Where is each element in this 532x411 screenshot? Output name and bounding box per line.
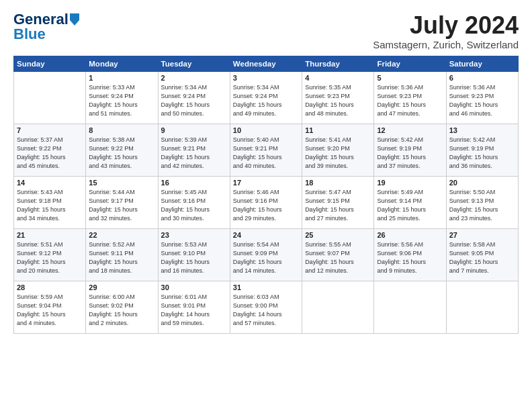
day-number: 30	[161, 283, 227, 291]
cell-info: Sunrise: 5:47 AM Sunset: 9:15 PM Dayligh…	[305, 188, 371, 223]
day-number: 3	[233, 74, 299, 82]
cell-info: Sunrise: 5:43 AM Sunset: 9:18 PM Dayligh…	[17, 188, 83, 223]
day-number: 21	[17, 231, 83, 239]
calendar-cell: 3Sunrise: 5:34 AM Sunset: 9:24 PM Daylig…	[230, 71, 302, 124]
day-number: 8	[89, 126, 154, 134]
day-number: 17	[233, 179, 299, 187]
day-number: 20	[449, 179, 515, 187]
calendar-cell: 22Sunrise: 5:52 AM Sunset: 9:11 PM Dayli…	[86, 228, 158, 281]
cell-info: Sunrise: 5:38 AM Sunset: 9:22 PM Dayligh…	[89, 136, 154, 171]
calendar-cell: 23Sunrise: 5:53 AM Sunset: 9:10 PM Dayli…	[158, 228, 230, 281]
cell-info: Sunrise: 6:00 AM Sunset: 9:02 PM Dayligh…	[89, 293, 154, 328]
calendar-cell: 6Sunrise: 5:36 AM Sunset: 9:23 PM Daylig…	[446, 71, 518, 124]
day-number: 11	[305, 126, 371, 134]
calendar-week-row: 1Sunrise: 5:33 AM Sunset: 9:24 PM Daylig…	[14, 71, 519, 124]
svg-marker-0	[70, 13, 79, 26]
day-number: 18	[305, 179, 371, 187]
day-number: 29	[89, 283, 154, 291]
calendar-table: SundayMondayTuesdayWednesdayThursdayFrid…	[13, 56, 519, 334]
day-number: 28	[17, 283, 83, 291]
cell-info: Sunrise: 5:52 AM Sunset: 9:11 PM Dayligh…	[89, 240, 154, 275]
calendar-week-row: 21Sunrise: 5:51 AM Sunset: 9:12 PM Dayli…	[14, 228, 519, 281]
weekday-header-row: SundayMondayTuesdayWednesdayThursdayFrid…	[14, 56, 519, 71]
cell-info: Sunrise: 5:59 AM Sunset: 9:04 PM Dayligh…	[17, 293, 83, 328]
calendar-cell: 24Sunrise: 5:54 AM Sunset: 9:09 PM Dayli…	[230, 228, 302, 281]
calendar-cell: 12Sunrise: 5:42 AM Sunset: 9:19 PM Dayli…	[374, 124, 446, 176]
weekday-header: Saturday	[446, 56, 518, 71]
cell-info: Sunrise: 5:36 AM Sunset: 9:23 PM Dayligh…	[377, 83, 443, 118]
day-number: 9	[161, 126, 227, 134]
day-number: 2	[161, 74, 227, 82]
calendar-cell: 14Sunrise: 5:43 AM Sunset: 9:18 PM Dayli…	[14, 176, 86, 228]
day-number: 5	[377, 74, 443, 82]
logo: General Blue	[13, 12, 79, 42]
day-number: 26	[377, 231, 443, 239]
day-number: 25	[305, 231, 371, 239]
cell-info: Sunrise: 5:40 AM Sunset: 9:21 PM Dayligh…	[233, 136, 299, 171]
calendar-cell: 15Sunrise: 5:44 AM Sunset: 9:17 PM Dayli…	[86, 176, 158, 228]
cell-info: Sunrise: 5:36 AM Sunset: 9:23 PM Dayligh…	[449, 83, 515, 118]
day-number: 31	[233, 283, 299, 291]
subtitle: Samstagern, Zurich, Switzerland	[373, 39, 519, 50]
calendar-cell	[446, 281, 518, 333]
weekday-header: Wednesday	[230, 56, 302, 71]
logo-blue-text: Blue	[13, 27, 46, 42]
weekday-header: Sunday	[14, 56, 86, 71]
calendar-cell: 7Sunrise: 5:37 AM Sunset: 9:22 PM Daylig…	[14, 124, 86, 176]
cell-info: Sunrise: 5:42 AM Sunset: 9:19 PM Dayligh…	[449, 136, 515, 171]
day-number: 13	[449, 126, 515, 134]
cell-info: Sunrise: 5:42 AM Sunset: 9:19 PM Dayligh…	[377, 136, 443, 171]
day-number: 22	[89, 231, 154, 239]
calendar-cell: 30Sunrise: 6:01 AM Sunset: 9:01 PM Dayli…	[158, 281, 230, 333]
day-number: 10	[233, 126, 299, 134]
day-number: 24	[233, 231, 299, 239]
calendar-cell: 10Sunrise: 5:40 AM Sunset: 9:21 PM Dayli…	[230, 124, 302, 176]
calendar-week-row: 14Sunrise: 5:43 AM Sunset: 9:18 PM Dayli…	[14, 176, 519, 228]
calendar-cell	[374, 281, 446, 333]
calendar-cell: 26Sunrise: 5:56 AM Sunset: 9:06 PM Dayli…	[374, 228, 446, 281]
calendar-cell: 21Sunrise: 5:51 AM Sunset: 9:12 PM Dayli…	[14, 228, 86, 281]
calendar-cell: 8Sunrise: 5:38 AM Sunset: 9:22 PM Daylig…	[86, 124, 158, 176]
day-number: 7	[17, 126, 83, 134]
day-number: 15	[89, 179, 154, 187]
calendar-cell: 1Sunrise: 5:33 AM Sunset: 9:24 PM Daylig…	[86, 71, 158, 124]
calendar-cell: 2Sunrise: 5:34 AM Sunset: 9:24 PM Daylig…	[158, 71, 230, 124]
calendar-week-row: 28Sunrise: 5:59 AM Sunset: 9:04 PM Dayli…	[14, 281, 519, 333]
day-number: 4	[305, 74, 371, 82]
calendar-cell: 29Sunrise: 6:00 AM Sunset: 9:02 PM Dayli…	[86, 281, 158, 333]
calendar-cell: 19Sunrise: 5:49 AM Sunset: 9:14 PM Dayli…	[374, 176, 446, 228]
header: General Blue July 2024 Samstagern, Zuric…	[13, 12, 519, 50]
calendar-cell: 20Sunrise: 5:50 AM Sunset: 9:13 PM Dayli…	[446, 176, 518, 228]
cell-info: Sunrise: 5:39 AM Sunset: 9:21 PM Dayligh…	[161, 136, 227, 171]
cell-info: Sunrise: 5:54 AM Sunset: 9:09 PM Dayligh…	[233, 240, 299, 275]
calendar-cell: 18Sunrise: 5:47 AM Sunset: 9:15 PM Dayli…	[302, 176, 374, 228]
cell-info: Sunrise: 5:55 AM Sunset: 9:07 PM Dayligh…	[305, 240, 371, 275]
day-number: 12	[377, 126, 443, 134]
cell-info: Sunrise: 5:37 AM Sunset: 9:22 PM Dayligh…	[17, 136, 83, 171]
weekday-header: Thursday	[302, 56, 374, 71]
cell-info: Sunrise: 5:50 AM Sunset: 9:13 PM Dayligh…	[449, 188, 515, 223]
calendar-cell: 4Sunrise: 5:35 AM Sunset: 9:23 PM Daylig…	[302, 71, 374, 124]
calendar-cell: 11Sunrise: 5:41 AM Sunset: 9:20 PM Dayli…	[302, 124, 374, 176]
calendar-cell	[302, 281, 374, 333]
month-title: July 2024	[373, 12, 519, 39]
day-number: 1	[89, 74, 154, 82]
calendar-cell: 27Sunrise: 5:58 AM Sunset: 9:05 PM Dayli…	[446, 228, 518, 281]
calendar-cell: 25Sunrise: 5:55 AM Sunset: 9:07 PM Dayli…	[302, 228, 374, 281]
cell-info: Sunrise: 5:49 AM Sunset: 9:14 PM Dayligh…	[377, 188, 443, 223]
day-number: 14	[17, 179, 83, 187]
calendar-week-row: 7Sunrise: 5:37 AM Sunset: 9:22 PM Daylig…	[14, 124, 519, 176]
cell-info: Sunrise: 5:34 AM Sunset: 9:24 PM Dayligh…	[161, 83, 227, 118]
calendar-cell: 16Sunrise: 5:45 AM Sunset: 9:16 PM Dayli…	[158, 176, 230, 228]
cell-info: Sunrise: 5:44 AM Sunset: 9:17 PM Dayligh…	[89, 188, 154, 223]
calendar-cell: 31Sunrise: 6:03 AM Sunset: 9:00 PM Dayli…	[230, 281, 302, 333]
weekday-header: Tuesday	[158, 56, 230, 71]
cell-info: Sunrise: 5:56 AM Sunset: 9:06 PM Dayligh…	[377, 240, 443, 275]
calendar-page: General Blue July 2024 Samstagern, Zuric…	[0, 0, 532, 411]
cell-info: Sunrise: 5:34 AM Sunset: 9:24 PM Dayligh…	[233, 83, 299, 118]
logo-icon	[70, 13, 79, 26]
cell-info: Sunrise: 5:58 AM Sunset: 9:05 PM Dayligh…	[449, 240, 515, 275]
calendar-cell: 9Sunrise: 5:39 AM Sunset: 9:21 PM Daylig…	[158, 124, 230, 176]
calendar-cell: 5Sunrise: 5:36 AM Sunset: 9:23 PM Daylig…	[374, 71, 446, 124]
day-number: 27	[449, 231, 515, 239]
